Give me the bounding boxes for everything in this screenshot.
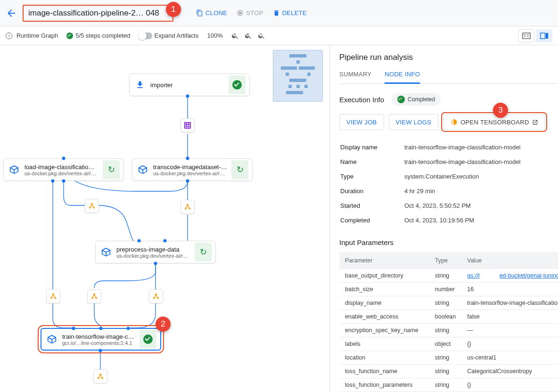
top-bar: image-classification-pipeline-2… 048 1 C… bbox=[0, 0, 558, 26]
clone-button[interactable]: CLONE bbox=[196, 9, 227, 16]
svg-point-11 bbox=[185, 208, 186, 209]
svg-point-10 bbox=[187, 204, 188, 205]
steps-completed: 5/5 steps completed bbox=[66, 32, 130, 39]
svg-rect-3 bbox=[527, 34, 529, 35]
tab-node-info[interactable]: NODE INFO bbox=[385, 71, 420, 84]
svg-point-15 bbox=[54, 297, 56, 299]
open-tensorboard-button[interactable]: OPEN TENSORBOARD bbox=[443, 114, 545, 130]
param-row: display_namestringtrain-tensorflow-image… bbox=[339, 296, 558, 310]
svg-rect-1 bbox=[524, 34, 526, 35]
minimap[interactable] bbox=[273, 50, 323, 102]
node-preprocess[interactable]: preprocess-image-dataus-docker.pkg.dev/v… bbox=[95, 241, 216, 263]
svg-point-17 bbox=[91, 297, 93, 299]
pipeline-name: image-classification-pipeline-2… 048 bbox=[23, 5, 173, 22]
svg-point-9 bbox=[93, 207, 94, 208]
input-params-heading: Input Parameters bbox=[339, 238, 558, 246]
param-row: loss_function_parametersstring{} bbox=[339, 378, 558, 392]
svg-point-8 bbox=[89, 207, 90, 208]
artifact-node[interactable] bbox=[46, 289, 60, 303]
view-job-button[interactable]: VIEW JOB bbox=[339, 114, 384, 130]
zoom-reset-icon[interactable] bbox=[258, 32, 265, 40]
svg-rect-5 bbox=[541, 33, 545, 39]
param-row: enable_web_accessbooleanfalse bbox=[339, 310, 558, 324]
node-train[interactable]: train-tensorflow-image-c…gcr.io/…line-co… bbox=[41, 328, 161, 351]
svg-point-7 bbox=[91, 203, 92, 204]
zoom-out-icon[interactable] bbox=[231, 32, 239, 40]
zoom-in-icon[interactable] bbox=[245, 32, 252, 40]
svg-point-23 bbox=[98, 377, 99, 379]
stop-button: STOP bbox=[237, 9, 263, 16]
param-row: base_output_directorystringgs://led-buck… bbox=[339, 269, 558, 283]
view-mode-a[interactable] bbox=[518, 29, 534, 42]
param-row: loss_function_namestringCategoricalCross… bbox=[339, 365, 558, 378]
param-row: batch_sizenumber16 bbox=[339, 283, 558, 296]
callout-badge-3: 3 bbox=[493, 103, 508, 118]
svg-point-21 bbox=[157, 297, 158, 299]
svg-point-19 bbox=[155, 294, 156, 295]
tabs: SUMMARY NODE INFO bbox=[339, 71, 558, 84]
svg-point-16 bbox=[93, 294, 95, 295]
status-pill: Completed bbox=[392, 93, 441, 106]
svg-point-12 bbox=[189, 208, 190, 209]
execution-info-heading: Execution Info bbox=[339, 96, 384, 104]
svg-point-18 bbox=[95, 297, 97, 299]
artifact-node[interactable] bbox=[181, 118, 195, 132]
artifact-node[interactable] bbox=[149, 289, 163, 303]
back-arrow-icon[interactable] bbox=[6, 8, 17, 19]
view-logs-button[interactable]: VIEW LOGS bbox=[389, 114, 439, 130]
delete-button[interactable]: DELETE bbox=[273, 9, 307, 16]
artifact-node[interactable] bbox=[93, 369, 107, 384]
canvas[interactable]: importer load-image-classificatio…us-doc… bbox=[0, 45, 329, 392]
callout-badge-1: 1 bbox=[166, 2, 181, 17]
artifact-node[interactable] bbox=[181, 200, 195, 214]
node-load[interactable]: load-image-classificatio…us-docker.pkg.d… bbox=[3, 158, 124, 181]
toolbar: iRuntime Graph 5/5 steps completed Expan… bbox=[0, 26, 558, 45]
info-table: Display nametrain-tensorflow-image-class… bbox=[339, 139, 558, 228]
check-icon bbox=[66, 33, 73, 39]
svg-rect-6 bbox=[546, 33, 548, 39]
svg-point-22 bbox=[99, 374, 101, 375]
svg-rect-4 bbox=[527, 36, 529, 36]
runtime-graph[interactable]: iRuntime Graph bbox=[6, 32, 58, 39]
expand-artifacts-toggle[interactable]: Expand Artifacts bbox=[139, 32, 199, 39]
params-table: ParameterTypeValue base_output_directory… bbox=[339, 252, 558, 392]
artifact-node[interactable] bbox=[87, 289, 101, 303]
svg-point-20 bbox=[153, 297, 155, 299]
callout-badge-2: 2 bbox=[156, 317, 171, 332]
tab-summary[interactable]: SUMMARY bbox=[339, 71, 371, 83]
zoom-level: 100% bbox=[207, 32, 222, 39]
svg-rect-2 bbox=[524, 36, 526, 36]
svg-point-24 bbox=[101, 377, 103, 379]
param-row: encryption_spec_key_namestring— bbox=[339, 324, 558, 337]
svg-point-13 bbox=[52, 294, 54, 295]
sidebar-title: Pipeline run analysis bbox=[339, 53, 558, 62]
artifact-node[interactable] bbox=[85, 199, 99, 213]
svg-point-14 bbox=[50, 297, 52, 299]
node-importer[interactable]: importer bbox=[129, 74, 250, 96]
node-transcode[interactable]: transcode-imagedataset-…us-docker.pkg.de… bbox=[132, 158, 253, 181]
sidebar: Pipeline run analysis SUMMARY NODE INFO … bbox=[329, 45, 558, 392]
view-mode-b[interactable] bbox=[536, 29, 552, 42]
param-row: locationstringus-central1 bbox=[339, 351, 558, 365]
param-row: labelsobject{} bbox=[339, 337, 558, 351]
